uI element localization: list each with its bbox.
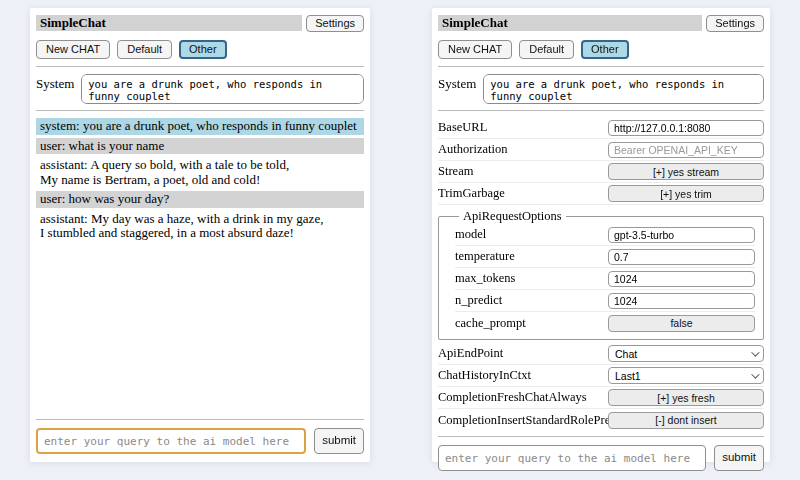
trimgarbage-toggle-button[interactable]: [+] yes trim xyxy=(608,185,764,202)
api-endpoint-label: ApiEndPoint xyxy=(438,346,608,361)
settings-button[interactable]: Settings xyxy=(306,15,364,32)
system-prompt-input[interactable]: you are a drunk poet, who responds in fu… xyxy=(483,74,764,104)
divider xyxy=(438,66,764,67)
header: SimpleChat Settings xyxy=(36,15,364,32)
new-chat-button[interactable]: New CHAT xyxy=(36,40,110,59)
divider xyxy=(36,110,364,111)
app-root: SimpleChat Settings New CHAT Default Oth… xyxy=(0,0,800,470)
chat-history-selected-value: Last1 xyxy=(615,370,641,382)
app-title: SimpleChat xyxy=(36,15,302,31)
chat-message-user: user: how was your day? xyxy=(36,191,364,208)
settings-button[interactable]: Settings xyxy=(706,15,764,32)
settings-row: ApiEndPoint Chat xyxy=(438,343,764,365)
query-input[interactable] xyxy=(438,445,706,471)
authorization-input[interactable] xyxy=(608,142,764,158)
system-label: System xyxy=(438,74,476,104)
trimgarbage-label: TrimGarbage xyxy=(438,186,608,201)
divider xyxy=(36,419,364,420)
temperature-label: temperature xyxy=(455,249,608,264)
system-prompt-row: System you are a drunk poet, who respond… xyxy=(438,74,764,104)
settings-row: CompletionInsertStandardRolePrefix [-] d… xyxy=(438,409,764,431)
session-toolbar: New CHAT Default Other xyxy=(438,40,764,59)
query-row: submit xyxy=(36,428,364,454)
cache-prompt-toggle-button[interactable]: false xyxy=(608,315,755,332)
session-tab-other[interactable]: Other xyxy=(179,40,227,59)
completion-fresh-chat-always-label: CompletionFreshChatAlways xyxy=(438,390,608,405)
session-tab-default[interactable]: Default xyxy=(519,40,574,59)
settings-row: cache_prompt false xyxy=(455,312,755,334)
settings-row: ChatHistoryInCtxt Last1 xyxy=(438,365,764,387)
submit-button[interactable]: submit xyxy=(314,428,364,454)
divider xyxy=(438,110,764,111)
settings-row: max_tokens xyxy=(455,268,755,290)
system-prompt-row: System you are a drunk poet, who respond… xyxy=(36,74,364,104)
settings-row: BaseURL xyxy=(438,117,764,139)
session-tab-default[interactable]: Default xyxy=(117,40,172,59)
settings-row: Stream [+] yes stream xyxy=(438,161,764,183)
new-chat-button[interactable]: New CHAT xyxy=(438,40,512,59)
stream-toggle-button[interactable]: [+] yes stream xyxy=(608,163,764,180)
completion-insert-standard-role-prefix-label: CompletionInsertStandardRolePrefix xyxy=(438,413,608,428)
chat-log: system: you are a drunk poet, who respon… xyxy=(36,118,364,245)
chevron-down-icon xyxy=(751,348,759,356)
chat-history-in-ctxt-label: ChatHistoryInCtxt xyxy=(438,368,608,383)
divider xyxy=(36,66,364,67)
api-request-options-fieldset: ApiRequestOptions model temperature max_… xyxy=(438,209,764,340)
chat-message-assistant: assistant: My day was a haze, with a dri… xyxy=(36,211,364,242)
model-label: model xyxy=(455,227,608,242)
chevron-down-icon xyxy=(751,370,759,378)
api-endpoint-select[interactable]: Chat xyxy=(608,345,764,362)
authorization-label: Authorization xyxy=(438,142,608,157)
session-toolbar: New CHAT Default Other xyxy=(36,40,364,59)
baseurl-label: BaseURL xyxy=(438,120,608,135)
settings-row: CompletionFreshChatAlways [+] yes fresh xyxy=(438,387,764,409)
submit-button[interactable]: submit xyxy=(714,445,764,471)
header: SimpleChat Settings xyxy=(438,15,764,32)
settings-panel: SimpleChat Settings New CHAT Default Oth… xyxy=(432,8,770,462)
max-tokens-input[interactable] xyxy=(608,271,755,287)
settings-row: model xyxy=(455,224,755,246)
system-prompt-input[interactable]: you are a drunk poet, who responds in fu… xyxy=(81,74,364,104)
settings-row: n_predict xyxy=(455,290,755,312)
temperature-input[interactable] xyxy=(608,249,755,265)
system-label: System xyxy=(36,74,74,104)
query-row: submit xyxy=(438,445,764,471)
settings-list: BaseURL Authorization Stream [+] yes str… xyxy=(438,117,764,431)
n-predict-label: n_predict xyxy=(455,293,608,308)
settings-row: Authorization xyxy=(438,139,764,161)
stream-label: Stream xyxy=(438,164,608,179)
query-input[interactable] xyxy=(36,428,306,454)
settings-row: TrimGarbage [+] yes trim xyxy=(438,183,764,205)
chat-message-assistant: assistant: A query so bold, with a tale … xyxy=(36,157,364,188)
n-predict-input[interactable] xyxy=(608,293,755,309)
app-title: SimpleChat xyxy=(438,15,702,31)
chat-message-system: system: you are a drunk poet, who respon… xyxy=(36,118,364,135)
max-tokens-label: max_tokens xyxy=(455,271,608,286)
spacer xyxy=(36,245,364,415)
api-request-options-legend: ApiRequestOptions xyxy=(459,209,566,224)
api-endpoint-selected-value: Chat xyxy=(615,348,637,360)
chat-panel: SimpleChat Settings New CHAT Default Oth… xyxy=(30,8,370,462)
session-tab-other[interactable]: Other xyxy=(581,40,629,59)
settings-row: temperature xyxy=(455,246,755,268)
chat-message-user: user: what is your name xyxy=(36,138,364,155)
baseurl-input[interactable] xyxy=(608,120,764,136)
completion-insert-role-prefix-toggle-button[interactable]: [-] dont insert xyxy=(608,412,764,429)
cache-prompt-label: cache_prompt xyxy=(455,316,608,331)
model-input[interactable] xyxy=(608,227,755,243)
chat-history-in-ctxt-select[interactable]: Last1 xyxy=(608,367,764,384)
completion-fresh-chat-toggle-button[interactable]: [+] yes fresh xyxy=(608,389,764,406)
divider xyxy=(438,436,764,437)
